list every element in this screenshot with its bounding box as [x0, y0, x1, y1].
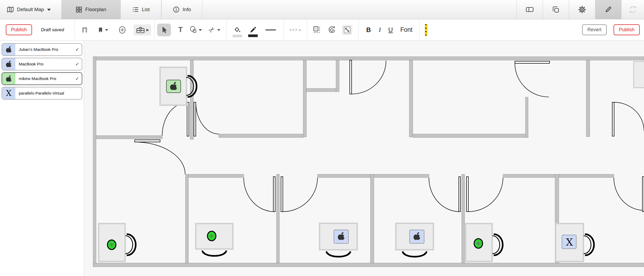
more-dots-icon: •••	[289, 26, 298, 34]
margins-icon	[313, 26, 321, 34]
rotate-tool-button[interactable]	[327, 25, 336, 34]
add-tool-button[interactable]	[118, 26, 126, 34]
fill-bucket-icon	[233, 26, 241, 34]
device-item-mikew-macbook-pro[interactable]: X mikew MacBook Pro ✓	[2, 72, 82, 85]
map-selector[interactable]: Default Map	[0, 0, 61, 19]
shape-icon	[189, 26, 197, 34]
topnav-spacer	[202, 0, 517, 19]
tab-info[interactable]: Info	[161, 0, 202, 19]
resize-icon	[343, 26, 351, 34]
desk-macbook-1[interactable]	[320, 223, 357, 257]
door-panel	[642, 177, 644, 212]
door-panel	[350, 60, 352, 94]
door-panel	[281, 177, 283, 212]
expand-icon: ▶	[146, 28, 149, 32]
door-panel	[135, 140, 160, 142]
x11-icon: X	[566, 237, 573, 248]
copy-icon	[552, 6, 560, 14]
tab-list-label: List	[142, 7, 150, 12]
font-label: Font	[400, 26, 412, 33]
stroke-color-swatch	[248, 34, 258, 37]
apple-icon: X	[2, 58, 15, 70]
apple-icon: X	[2, 44, 15, 55]
panel-toggle-button[interactable]	[517, 0, 543, 19]
desk-empty-2[interactable]	[196, 224, 233, 256]
bold-label: B	[366, 26, 371, 34]
select-tool-button[interactable]	[157, 24, 171, 36]
cut-tool-button[interactable]: ✂	[209, 25, 220, 34]
revert-button[interactable]: Revert	[582, 24, 607, 35]
map-selector-label: Default Map	[17, 7, 44, 12]
desk-empty-3[interactable]	[466, 224, 503, 261]
desk-parallels-virtual[interactable]: X	[556, 224, 594, 261]
yellow-ruler-icon	[425, 24, 427, 36]
floorplan-canvas[interactable]: X	[84, 41, 644, 276]
check-icon: ✓	[75, 76, 79, 82]
bookmark-tool-button[interactable]	[98, 27, 108, 33]
door-panel	[515, 61, 550, 63]
scissors-icon: ✂	[207, 24, 217, 35]
door-panel	[612, 102, 614, 136]
door-panel	[194, 102, 196, 136]
frame-icon	[81, 26, 88, 33]
desk-macbook-2[interactable]	[396, 223, 433, 257]
refresh-button[interactable]	[622, 0, 644, 19]
edit-pencil-icon	[604, 6, 612, 14]
edit-mode-button[interactable]	[595, 0, 622, 19]
floorplan-drawing: X	[84, 41, 644, 276]
stroke-color-button[interactable]	[249, 26, 257, 34]
device-item-macbook-pro[interactable]: X MacBook Pro ✓	[2, 58, 82, 70]
doors	[135, 60, 644, 212]
text-tool-icon: T	[178, 26, 183, 34]
divider	[75, 19, 75, 40]
divider	[359, 19, 359, 40]
tab-list[interactable]: List	[120, 0, 161, 19]
duplicate-button[interactable]	[543, 0, 569, 19]
tab-floorplan[interactable]: Floorplan	[61, 0, 120, 19]
door-panel	[466, 177, 468, 212]
italic-button[interactable]: I	[379, 26, 381, 33]
resize-tool-button[interactable]	[342, 25, 352, 35]
tab-floorplan-label: Floorplan	[85, 7, 106, 12]
frame-tool-button[interactable]	[81, 26, 88, 33]
font-button[interactable]: Font	[400, 26, 412, 33]
more-tools-button[interactable]: ••• ▶	[289, 26, 302, 34]
grid-icon	[76, 6, 82, 13]
margins-tool-button[interactable]	[313, 26, 321, 34]
settings-gear-icon	[578, 5, 586, 14]
briefcase-icon	[136, 26, 145, 34]
line-tool-button[interactable]	[265, 29, 276, 31]
device-name: parallels-Parallels-Virtual	[19, 91, 74, 96]
settings-button[interactable]	[569, 0, 595, 19]
divider	[419, 19, 420, 40]
publish-button-right[interactable]: Publish	[614, 24, 640, 35]
line-icon	[265, 29, 276, 31]
chevron-down-icon	[217, 29, 220, 31]
cursor-icon	[161, 26, 167, 34]
panel-toggle-icon	[526, 6, 534, 13]
fill-color-button[interactable]	[233, 26, 241, 34]
map-icon	[7, 6, 14, 13]
device-item-julians-macbook-pro[interactable]: X Julian’s MacBook Pro ✓	[2, 43, 82, 56]
apple-icon: X	[2, 73, 15, 84]
desk-partial[interactable]	[634, 61, 644, 88]
underline-button[interactable]: U	[388, 26, 393, 34]
bold-button[interactable]: B	[366, 26, 371, 34]
device-name: mikew MacBook Pro	[19, 76, 74, 81]
desk-empty-1[interactable]	[99, 224, 136, 261]
device-item-parallels-virtual[interactable]: X parallels-Parallels-Virtual ✓	[2, 87, 82, 100]
x11-icon: X	[2, 87, 15, 99]
highlight-ruler-button[interactable]	[425, 24, 427, 36]
top-navigation: Default Map Floorplan List Info	[0, 0, 644, 19]
shape-tool-button[interactable]	[189, 26, 202, 34]
add-circle-icon	[118, 26, 126, 34]
publish-button-left[interactable]: Publish	[6, 24, 32, 35]
list-icon	[132, 6, 139, 13]
text-tool-button[interactable]: T	[178, 26, 183, 34]
toolbox-button[interactable]: ▶	[134, 24, 151, 35]
x11-glyph: X	[6, 90, 12, 97]
refresh-icon	[628, 5, 637, 14]
check-icon: ✓	[75, 61, 79, 67]
divider	[154, 19, 155, 40]
bookmark-icon	[98, 27, 103, 33]
